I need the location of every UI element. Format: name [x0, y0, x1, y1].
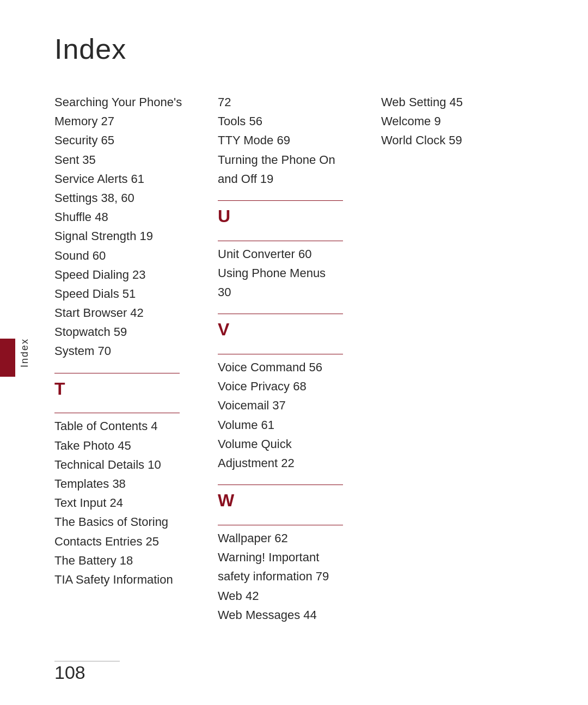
list-item: TTY Mode 69 [218, 131, 365, 150]
page-number: 108 [54, 662, 85, 683]
list-item: The Battery 18 [54, 551, 201, 570]
list-item: Settings 38, 60 [54, 188, 201, 207]
section-divider-v [218, 314, 343, 314]
list-item: Speed Dials 51 [54, 284, 201, 303]
column-3: Web Setting 45 Welcome 9 World Clock 59 [381, 93, 544, 624]
list-item: Volume QuickAdjustment 22 [218, 434, 365, 473]
list-item: Templates 38 [54, 474, 201, 493]
list-item: TIA Safety Information [54, 570, 201, 589]
section-divider-v2 [218, 354, 343, 354]
list-item: Shuffle 48 [54, 207, 201, 226]
sidebar-bar [0, 339, 15, 377]
list-item: Sent 35 [54, 150, 201, 169]
list-item: System 70 [54, 341, 201, 360]
list-item: Voice Command 56 [218, 358, 365, 377]
list-item: Sound 60 [54, 246, 201, 265]
list-item: Web Setting 45 [381, 93, 528, 112]
list-item: Signal Strength 19 [54, 226, 201, 246]
list-item: World Clock 59 [381, 131, 528, 150]
list-item: Tools 56 [218, 112, 365, 131]
list-item: Web Messages 44 [218, 605, 365, 624]
list-item: Using Phone Menus30 [218, 263, 365, 302]
list-item: Voice Privacy 68 [218, 377, 365, 396]
list-item: Start Browser 42 [54, 303, 201, 322]
list-item: Web 42 [218, 586, 365, 605]
section-divider-w2 [218, 525, 343, 525]
section-divider-t [54, 373, 180, 373]
list-item: Volume 61 [218, 415, 365, 434]
list-item: Service Alerts 61 [54, 169, 201, 188]
list-item: The Basics of StoringContacts Entries 25 [54, 512, 201, 550]
list-item: Table of Contents 4 [54, 416, 201, 436]
list-item: Take Photo 45 [54, 436, 201, 455]
list-item: Speed Dialing 23 [54, 265, 201, 284]
bottom-divider [54, 661, 120, 661]
column-2: 72 Tools 56 TTY Mode 69 Turning the Phon… [218, 93, 381, 624]
list-item: Technical Details 10 [54, 455, 201, 474]
list-item: Turning the Phone Onand Off 19 [218, 150, 365, 188]
section-divider-u [218, 200, 343, 201]
list-item: Welcome 9 [381, 112, 528, 131]
sidebar-label: Index [19, 338, 30, 367]
list-item: Security 65 [54, 131, 201, 150]
column-1: Searching Your Phone'sMemory 27 Security… [54, 93, 218, 624]
section-divider-u2 [218, 241, 343, 241]
section-letter-w: W [218, 488, 365, 513]
list-item: Stopwatch 59 [54, 322, 201, 341]
section-divider-w [218, 485, 343, 485]
list-item: Unit Converter 60 [218, 244, 365, 263]
page-title: Index [54, 33, 544, 65]
section-letter-v: V [218, 317, 365, 342]
columns-wrapper: Searching Your Phone'sMemory 27 Security… [54, 93, 544, 624]
section-letter-u: U [218, 204, 365, 229]
list-item: Voicemail 37 [218, 396, 365, 415]
section-letter-t: T [54, 377, 201, 401]
section-divider-t2 [54, 413, 180, 413]
list-item: Wallpaper 62 [218, 529, 365, 548]
page-container: Index Searching Your Phone'sMemory 27 Se… [0, 0, 588, 705]
list-item: 72 [218, 93, 365, 112]
list-item: Searching Your Phone'sMemory 27 [54, 93, 201, 131]
list-item: Warning! Importantsafety information 79 [218, 548, 365, 586]
list-item: Text Input 24 [54, 493, 201, 512]
